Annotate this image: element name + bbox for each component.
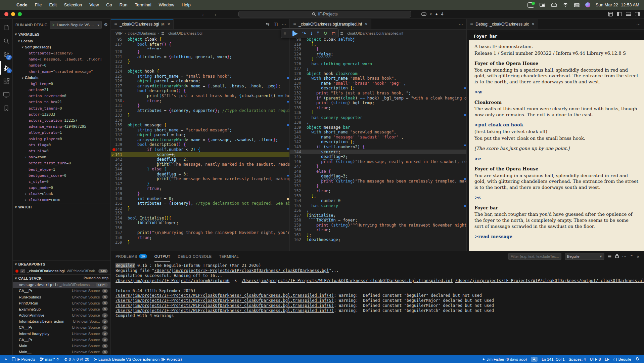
tab-debug-console[interactable]: DEBUG CONSOLE [178, 251, 212, 262]
line-number-gutter[interactable]: 143 [290, 145, 307, 150]
output-filter-input[interactable] [508, 253, 561, 260]
line-number-gutter[interactable]: 120 [111, 49, 128, 54]
call-stack-frame[interactable]: RunRoutinesUnknown Source0 [13, 294, 110, 300]
code-line[interactable]: 146 print("The message has been careless… [111, 176, 289, 182]
line-number-gutter[interactable]: 155 [290, 203, 307, 208]
notification-dot-icon[interactable]: ● [435, 12, 438, 16]
split-editor-icon[interactable]: ◫ [274, 22, 278, 27]
line-number-gutter[interactable]: 139 [111, 142, 128, 147]
encoding[interactable]: UTF-8 [588, 357, 603, 361]
line-number-gutter[interactable]: 135 [290, 106, 307, 111]
file-link[interactable]: /Users/jim/projects/IF-Projects/inform6/… [116, 278, 230, 283]
watch-section-header[interactable]: ∨ WATCH [13, 203, 110, 210]
gear-icon[interactable]: ⚙ [104, 22, 108, 27]
line-number-gutter[interactable]: 125 [111, 74, 128, 79]
toggle-panel-icon[interactable] [626, 12, 631, 16]
variable-row[interactable]: action = 21 [13, 87, 110, 93]
code-line[interactable]: 137 has scenery supporter [290, 115, 466, 120]
code-line[interactable]: 138; [290, 120, 466, 125]
nav-forward-icon[interactable]: → [212, 11, 217, 17]
code-line[interactable]: 130▸ rtrue; [111, 98, 289, 104]
code-line[interactable]: 147 } [290, 164, 466, 169]
code-line[interactable]: 158 rtrue; [111, 235, 289, 240]
code-editor-inf[interactable]: 98object cloak selfobj119 ],123 }124 rfa… [290, 37, 466, 251]
menu-item-go[interactable]: Go [102, 2, 116, 7]
line-number-gutter[interactable]: 121 [111, 54, 128, 59]
call-stack-frame[interactable]: ExamineSubUnknown Source0 [13, 306, 110, 312]
menu-item-run[interactable]: Run [116, 2, 131, 7]
code-line[interactable]: 145 deadflag=2; [290, 154, 466, 159]
code-line[interactable]: 143 if (self.number<2) { [290, 145, 466, 150]
breadcrumb-item[interactable]: WIP [116, 31, 123, 35]
sidebar-item-search[interactable] [0, 34, 13, 48]
code-line[interactable]: 134 print (string)_bgl_temp; [290, 100, 466, 106]
git-branch-item[interactable]: main* ↻ [38, 355, 61, 363]
variable-row[interactable]: caps_mode = 0 [13, 185, 110, 191]
stop-button[interactable]: ◻ [332, 31, 336, 36]
line-number-gutter[interactable]: 157 [111, 230, 128, 235]
sidebar-item-remote-explorer[interactable] [0, 88, 13, 102]
breakpoint-dot-icon[interactable] [112, 148, 116, 151]
line-number-gutter[interactable]: 150 [290, 179, 307, 184]
line-number-gutter[interactable]: 156 [290, 208, 307, 213]
line-number-gutter[interactable]: 154 [111, 216, 128, 221]
menu-item-window[interactable]: Window [155, 2, 178, 7]
code-line[interactable]: 155 has scenery [290, 203, 466, 208]
code-line[interactable]: 128object hook cloakroom [290, 71, 466, 76]
sidebar-item-explorer[interactable] [0, 21, 13, 34]
chevron-icon[interactable]: ∨ [21, 76, 25, 79]
code-line[interactable]: 127; [290, 66, 466, 71]
output-channel-select[interactable]: Beguile∨ [565, 253, 604, 260]
code-line[interactable]: 156; [290, 208, 466, 213]
code-line[interactable]: 122} [111, 59, 289, 64]
line-number-gutter[interactable]: 138 [290, 120, 307, 125]
code-line[interactable]: 141▷ score++; [111, 152, 289, 157]
line-number-gutter[interactable]: 152 [111, 206, 128, 211]
code-line[interactable]: 133} [111, 113, 289, 118]
file-link[interactable]: /Users/jim/projects/IF-Projects/WIP/cloa… [154, 268, 329, 273]
line-number-gutter[interactable]: 130 [290, 81, 307, 86]
zoom-indicator[interactable] [529, 357, 540, 362]
line-number-gutter[interactable]: 159 [111, 240, 128, 245]
line-number-gutter[interactable]: 146 [290, 159, 307, 164]
menu-item-help[interactable]: Help [178, 2, 194, 7]
maximize-panel-icon[interactable]: ⌃ [630, 254, 634, 259]
code-line[interactable]: 161]; [290, 233, 466, 238]
code-line[interactable]: 151 attributes = {scenery}; //type decla… [111, 201, 289, 206]
line-number-gutter[interactable]: 136 [290, 110, 307, 115]
line-number-gutter[interactable] [111, 47, 128, 49]
code-line[interactable]: rtrue; [111, 47, 289, 49]
drag-handle[interactable]: ⣿ [284, 32, 286, 35]
eol[interactable]: LF [603, 357, 611, 361]
line-number-gutter[interactable]: 137 [111, 132, 128, 137]
line-number-gutter[interactable]: 147 [111, 182, 128, 187]
line-number-gutter[interactable]: 142 [290, 139, 307, 145]
line-number-gutter[interactable]: 155 [111, 220, 128, 226]
chevron-icon[interactable]: › [25, 156, 29, 159]
line-number-gutter[interactable]: 123 [290, 47, 307, 52]
line-number-gutter[interactable]: 139 [290, 125, 307, 130]
line-number-gutter[interactable]: 123 [111, 64, 128, 69]
line-number-gutter[interactable]: 122 [111, 59, 128, 64]
more-actions-icon[interactable]: ⋯ [459, 22, 463, 27]
code-line[interactable]: 144 score++; [290, 150, 466, 155]
line-number-gutter[interactable]: 136 [111, 128, 128, 133]
code-line[interactable]: 125 ] [290, 56, 466, 62]
call-stack-frame[interactable]: ActionPrimitiveUnknown Source0 [13, 312, 110, 318]
variable-row[interactable]: ats_flag = 0 [13, 142, 110, 148]
project-item[interactable]: IF-Projects [10, 355, 38, 363]
tab-transpiled-inf[interactable]: ≣ _cloakOfDarkness.bgl.transpiled.inf × [290, 19, 371, 29]
line-number-gutter[interactable]: 124 [111, 69, 128, 74]
call-stack-frame[interactable]: MainUnknown Source0 [13, 343, 110, 349]
code-line[interactable]: 144 } else { [111, 167, 289, 172]
menu-item-code[interactable]: Code [13, 2, 31, 7]
sidebar-item-extensions[interactable] [0, 75, 13, 88]
toggle-secondary-sidebar-icon[interactable] [635, 12, 640, 16]
code-line[interactable]: 141 name 'message' 'sawdust' 'floor' , [290, 135, 466, 140]
call-stack-frame[interactable]: InformLibrary.begin_actionUnknown Sour..… [13, 318, 110, 324]
toggle-sidebar-icon[interactable] [617, 12, 622, 16]
code-line[interactable]: 134 [111, 118, 289, 123]
code-line[interactable]: 148 rtrue; [111, 186, 289, 191]
code-line[interactable]: 117 bool after() { [111, 42, 289, 47]
code-line[interactable]: 143 print("The message, neatly marked in… [111, 162, 289, 167]
